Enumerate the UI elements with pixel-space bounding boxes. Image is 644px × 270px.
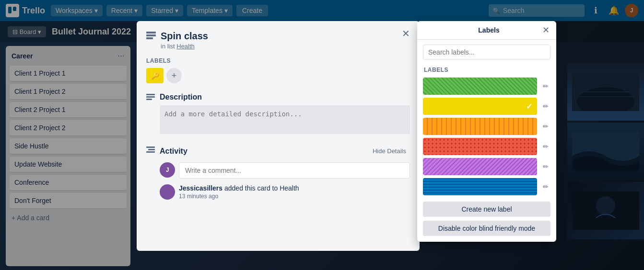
activity-user-avatar [160,184,175,200]
activity-title: Activity [160,147,187,156]
labels-popup-close[interactable]: ✕ [542,26,550,34]
modal-close-button[interactable]: ✕ [400,29,412,38]
labels-section: Labels 🔑 + [146,57,410,83]
description-icon [146,94,155,104]
label-edit-purple[interactable]: ✏ [541,161,550,172]
label-chips: 🔑 + [146,68,410,83]
label-bar-yellow: ✓ [423,98,537,115]
label-bar-purple [423,158,537,175]
card-icon [146,32,156,42]
comment-avatar: J [160,162,175,178]
label-edit-red[interactable]: ✏ [541,141,550,152]
label-bar-green [423,78,537,95]
svg-rect-14 [146,99,152,100]
label-row-green[interactable]: ✏ [417,76,556,96]
list-name-link[interactable]: Health [176,43,195,50]
svg-rect-10 [146,34,156,36]
comment-input[interactable] [179,162,410,179]
hide-details-button[interactable]: Hide Details [369,146,410,157]
activity-icon [146,146,155,157]
add-label-button[interactable]: + [166,68,182,83]
modal-header: Spin class in list Health [146,31,410,50]
labels-section-label: Labels [146,57,410,64]
labels-popup: Labels ✕ Labels ✏ ✓ ✏ ✏ ✏ ✏ ✏ Create new… [417,21,556,242]
label-chip-icon: 🔑 [151,72,159,79]
label-bar-blue [423,178,537,195]
labels-search-input[interactable] [423,45,550,60]
activity-content: Activity Hide Details J Jessicasillers a… [160,146,410,200]
card-title: Spin class [161,31,208,42]
activity-action-text: added this card to Health [224,184,299,192]
card-list-location: in list Health [161,43,208,50]
label-edit-blue[interactable]: ✏ [541,181,550,192]
label-row-yellow[interactable]: ✓ ✏ [417,96,556,116]
description-content: Description [160,93,410,136]
create-new-label-button[interactable]: Create new label [423,202,550,217]
label-bar-orange [423,118,537,135]
activity-item: Jessicasillers added this card to Health… [160,184,410,200]
activity-header: Activity Hide Details [160,146,410,157]
label-edit-yellow[interactable]: ✏ [541,101,550,112]
label-edit-orange[interactable]: ✏ [541,121,550,132]
modal-title-block: Spin class in list Health [161,31,208,50]
label-checkmark-yellow: ✓ [526,102,532,111]
disable-color-blind-mode-button[interactable]: Disable color blind friendly mode [423,221,550,236]
label-row-red[interactable]: ✏ [417,136,556,157]
activity-text: Jessicasillers added this card to Health [179,184,299,192]
activity-time: 13 minutes ago [179,193,299,200]
description-title: Description [160,93,410,101]
label-row-blue[interactable]: ✏ [417,177,556,197]
labels-popup-header: Labels ✕ [417,21,556,40]
description-textarea[interactable] [160,105,410,134]
labels-popup-title: Labels [435,26,542,34]
label-row-orange[interactable]: ✏ [417,116,556,136]
description-section: Description [146,93,410,136]
label-row-purple[interactable]: ✏ [417,157,556,177]
card-modal: Spin class in list Health Labels 🔑 + Des [137,21,420,251]
svg-rect-12 [146,94,155,95]
label-chip-yellow[interactable]: 🔑 [146,68,164,83]
svg-rect-16 [148,149,155,150]
labels-section-heading: Labels [417,65,556,76]
svg-rect-11 [146,37,153,39]
label-edit-green[interactable]: ✏ [541,80,550,92]
activity-user: Jessicasillers [179,184,222,192]
svg-rect-17 [146,151,155,153]
activity-text-block: Jessicasillers added this card to Health… [179,184,299,200]
label-bar-red [423,138,537,155]
svg-rect-9 [146,32,156,34]
svg-rect-15 [146,146,155,148]
svg-rect-13 [146,96,155,98]
activity-section: Activity Hide Details J Jessicasillers a… [146,146,410,200]
comment-row: J [160,162,410,179]
